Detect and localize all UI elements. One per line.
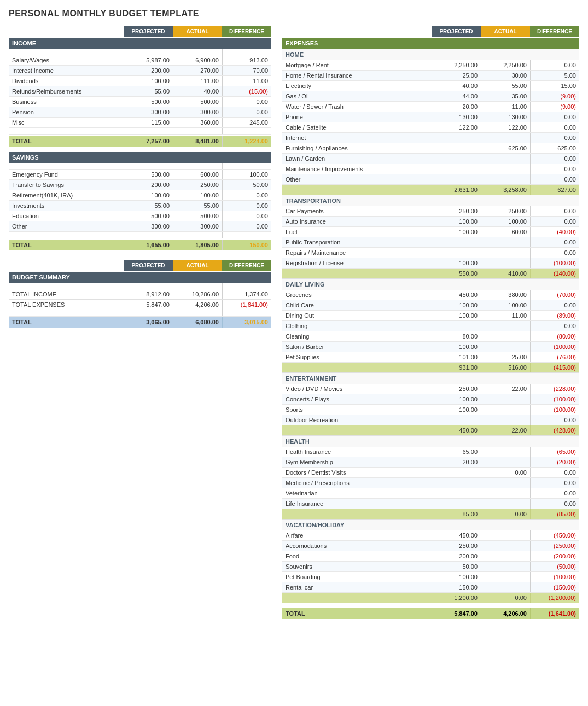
budget-summary-total-row: TOTAL 3,065.00 6,080.00 3,015.00 (9, 317, 271, 328)
home-subsection-header: HOME (282, 49, 579, 60)
table-row: Health Insurance 65.00 (65.00) (282, 447, 579, 457)
table-row: Water / Sewer / Trash 20.00 11.00 (9.00) (282, 102, 579, 112)
vacation-subtotal-row: 1,200.00 0.00 (1,200.00) (282, 593, 579, 603)
table-row: Groceries 450.00 380.00 (70.00) (282, 290, 579, 300)
income-projected-header: PROJECTED (124, 26, 173, 37)
table-row: Salary/Wages 5,987.00 6,900.00 913.00 (9, 55, 271, 66)
savings-blank-row2 (9, 232, 271, 238)
table-row: Phone 130.00 130.00 0.00 (282, 112, 579, 122)
table-row: Gas / Oil 44.00 35.00 (9.00) (282, 91, 579, 102)
income-col-headers: PROJECTED ACTUAL DIFFERENCE (9, 26, 271, 37)
table-row: Pet Boarding 100.00 (100.00) (282, 572, 579, 582)
table-row: Retirement(401K, IRA) 100.00 100.00 0.00 (9, 190, 271, 201)
table-row: Home / Rental Insurance 25.00 30.00 5.00 (282, 71, 579, 81)
summary-projected-header: PROJECTED (124, 260, 173, 271)
expenses-section-header: EXPENSES (282, 38, 579, 49)
table-row: Transfer to Savings 200.00 250.00 50.00 (9, 180, 271, 190)
exp-actual-header: ACTUAL (481, 26, 530, 37)
budget-summary-section: PROJECTED ACTUAL DIFFERENCE BUDGET SUMMA… (9, 260, 271, 328)
table-row: Accomodations 250.00 (250.00) (282, 541, 579, 551)
table-row: Repairs / Maintenance 0.00 (282, 248, 579, 258)
table-row: Sports 100.00 (100.00) (282, 405, 579, 415)
table-row: Interest Income 200.00 270.00 70.00 (9, 66, 271, 76)
summary-actual-header: ACTUAL (173, 260, 222, 271)
table-row: Child Care 100.00 100.00 0.00 (282, 300, 579, 311)
summary-col-headers: PROJECTED ACTUAL DIFFERENCE (9, 260, 271, 271)
table-row: Misc 115.00 360.00 245.00 (9, 118, 271, 128)
table-row: Rental car 150.00 (150.00) (282, 582, 579, 593)
table-row: Mortgage / Rent 2,250.00 2,250.00 0.00 (282, 60, 579, 71)
table-row: Cleaning 80.00 (80.00) (282, 331, 579, 342)
income-actual-header: ACTUAL (173, 26, 222, 37)
home-subtotal-row: 2,631.00 3,258.00 627.00 (282, 185, 579, 195)
daily-living-subtotal-row: 931.00 516.00 (415.00) (282, 363, 579, 372)
expenses-grand-total-row: TOTAL 5,847.00 4,206.00 (1,641.00) (282, 608, 579, 619)
exp-projected-header: PROJECTED (432, 26, 481, 37)
table-row: Pension 300.00 300.00 0.00 (9, 107, 271, 118)
income-section-header: INCOME (9, 38, 271, 49)
table-row: Veterinarian 0.00 (282, 488, 579, 499)
transportation-subsection-header: TRANSPORTATION (282, 195, 579, 206)
table-row: Dining Out 100.00 11.00 (89.00) (282, 311, 579, 321)
savings-section-header: SAVINGS (9, 152, 271, 163)
table-row: TOTAL EXPENSES 5,847.00 4,206.00 (1,641.… (9, 300, 271, 310)
table-row: Airfare 450.00 (450.00) (282, 530, 579, 541)
table-row: Cable / Satelite 122.00 122.00 0.00 (282, 122, 579, 133)
savings-total-row: TOTAL 1,655.00 1,805.00 150.00 (9, 240, 271, 250)
table-row: Internet 0.00 (282, 133, 579, 143)
table-row: Other 0.00 (282, 174, 579, 185)
table-row: Public Transporation 0.00 (282, 237, 579, 248)
entertainment-subsection-header: ENTERTAINMENT (282, 372, 579, 384)
table-row: Education 500.00 500.00 0.00 (9, 211, 271, 221)
table-row: Pet Supplies 101.00 25.00 (76.00) (282, 352, 579, 363)
transportation-subtotal-row: 550.00 410.00 (140.00) (282, 269, 579, 278)
table-row: Life Insurance 0.00 (282, 499, 579, 509)
page-title: PERSONAL MONTHLY BUDGET TEMPLATE (9, 9, 579, 19)
summary-difference-header: DIFFERENCE (222, 260, 271, 271)
table-row: Lawn / Garden 0.00 (282, 154, 579, 164)
table-row: Clothing 0.00 (282, 321, 579, 331)
income-blank-row2 (9, 128, 271, 135)
table-row: Food 200.00 (200.00) (282, 551, 579, 562)
health-subtotal-row: 85.00 0.00 (85.00) (282, 509, 579, 519)
left-panel: PROJECTED ACTUAL DIFFERENCE INCOME Salar… (9, 26, 271, 328)
health-subsection-header: HEALTH (282, 435, 579, 447)
table-row: Car Payments 250.00 250.00 0.00 (282, 206, 579, 217)
exp-difference-header: DIFFERENCE (530, 26, 579, 37)
table-row: Gym Membership 20.00 (20.00) (282, 457, 579, 468)
table-row: Outdoor Recreation 0.00 (282, 415, 579, 425)
table-row: Furnishing / Appliances 625.00 625.00 (282, 143, 579, 154)
table-row: Investments 55.00 55.00 0.00 (9, 201, 271, 211)
summary-blank-row (9, 283, 271, 289)
budget-summary-header: BUDGET SUMMARY (9, 272, 271, 283)
table-row: Maintenance / Improvements 0.00 (282, 164, 579, 174)
income-blank-row (9, 49, 271, 55)
table-row: Souvenirs 50.00 (50.00) (282, 562, 579, 572)
table-row: Electricity 40.00 55.00 15.00 (282, 81, 579, 91)
table-row: Doctors / Dentist Visits 0.00 0.00 (282, 468, 579, 478)
table-row: Medicine / Prescriptions 0.00 (282, 478, 579, 488)
table-row: TOTAL INCOME 8,912.00 10,286.00 1,374.00 (9, 289, 271, 300)
savings-blank-row (9, 163, 271, 170)
table-row: Dividends 100.00 111.00 11.00 (9, 76, 271, 86)
summary-blank-row2 (9, 310, 271, 317)
daily-living-subsection-header: DAILY LIVING (282, 278, 579, 290)
right-panel: PROJECTED ACTUAL DIFFERENCE EXPENSES HOM… (282, 26, 579, 619)
income-total-row: TOTAL 7,257.00 8,481.00 1,224.00 (9, 136, 271, 147)
table-row: Registration / License 100.00 (100.00) (282, 258, 579, 269)
table-row: Salon / Barber 100.00 (100.00) (282, 342, 579, 352)
table-row: Other 300.00 300.00 0.00 (9, 221, 271, 232)
table-row: Auto Insurance 100.00 100.00 0.00 (282, 217, 579, 227)
income-difference-header: DIFFERENCE (222, 26, 271, 37)
expenses-col-headers: PROJECTED ACTUAL DIFFERENCE (282, 26, 579, 37)
table-row: Fuel 100.00 60.00 (40.00) (282, 227, 579, 237)
table-row: Concerts / Plays 100.00 (100.00) (282, 394, 579, 405)
table-row: Refunds/Reimbursements 55.00 40.00 (15.0… (9, 86, 271, 97)
table-row: Video / DVD / Movies 250.00 22.00 (228.0… (282, 384, 579, 394)
table-row: Business 500.00 500.00 0.00 (9, 97, 271, 107)
entertainment-subtotal-row: 450.00 22.00 (428.00) (282, 425, 579, 435)
vacation-subsection-header: VACATION/HOLIDAY (282, 519, 579, 530)
table-row: Emergency Fund 500.00 600.00 100.00 (9, 170, 271, 180)
